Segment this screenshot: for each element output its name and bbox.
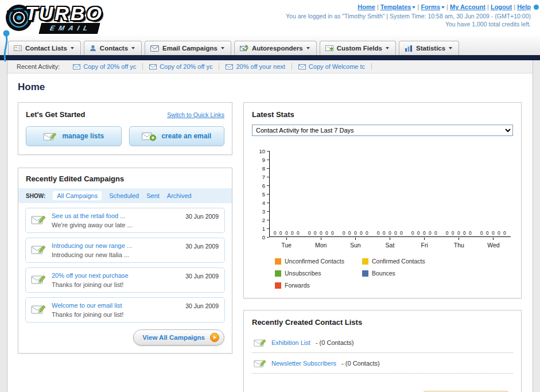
legend-item: Forwards — [275, 282, 362, 289]
chart-legend: Unconfirmed ContactsConfirmed ContactsUn… — [275, 258, 511, 289]
campaign-list-item[interactable]: 20% off your next purchase Thanks for jo… — [25, 267, 225, 293]
switch-quick-links-link[interactable]: Switch to Quick Links — [167, 111, 224, 118]
nav-link-forms[interactable]: Forms — [421, 3, 440, 10]
contact-activity-chart: 109876543210 0 0 0 0 00 0 0 0 00 0 0 0 0… — [255, 151, 511, 289]
autoresponder-icon — [240, 45, 248, 52]
activity-item[interactable]: Copy of 20% off yc — [143, 63, 219, 70]
legend-item: Confirmed Contacts — [362, 258, 449, 265]
tab-contact-lists[interactable]: Contact Lists — [8, 41, 81, 55]
campaign-date: 30 Jun 2009 — [185, 243, 219, 250]
recent-campaigns-panel: Recently Edited Campaigns SHOW: All Camp… — [18, 168, 232, 354]
contact-list-row[interactable]: Exhibition List - (0 Contacts) — [252, 332, 513, 353]
tab-statistics[interactable]: Statistics — [399, 41, 459, 55]
manage-lists-button[interactable]: manage lists — [26, 126, 122, 146]
chevron-down-icon — [441, 6, 445, 9]
nav-separator: | — [487, 3, 489, 10]
navy-divider-bar — [0, 55, 540, 60]
latest-stats-title: Latest Stats — [252, 110, 513, 119]
bar-chart-icon — [405, 45, 413, 52]
activity-item[interactable]: Copy of Welcome tc — [292, 63, 372, 70]
legend-label: Unconfirmed Contacts — [285, 258, 344, 265]
chart-value-group: 0 0 0 0 0 — [442, 230, 476, 236]
activity-link[interactable]: Copy of 20% off yc — [160, 63, 212, 70]
right-column: Latest Stats Contact Activity for the La… — [243, 102, 522, 392]
campaign-title-link[interactable]: See us at the retail food ... — [52, 212, 133, 219]
campaign-subtitle: Thanks for joining our list! — [52, 281, 129, 288]
nav-link-templates[interactable]: Templates — [380, 3, 411, 10]
pencil-envelope-icon — [31, 243, 46, 255]
contact-lists-panel-title: Recently Created Contact Lists — [252, 318, 513, 327]
campaign-title-link[interactable]: 20% off your next purchase — [52, 272, 129, 279]
tab-custom-fields[interactable]: Custom Fields — [320, 41, 396, 55]
campaign-list-item[interactable]: See us at the retail food ... We're givi… — [25, 208, 225, 233]
chart-value-group: 0 0 0 0 0 — [304, 230, 339, 236]
chart-value-group: 0 0 0 0 0 — [407, 230, 442, 236]
chart-x-labels: TueMonSunSatFriThuWed — [269, 237, 511, 249]
nav-link-home[interactable]: Home — [358, 3, 375, 10]
tab-label: Statistics — [416, 45, 445, 52]
left-column: Let's Get Started Switch to Quick Links … — [18, 102, 232, 354]
campaign-title-link[interactable]: Welcome to our email list — [52, 302, 123, 309]
legend-label: Bounces — [372, 270, 395, 277]
chevron-down-icon — [306, 47, 310, 49]
filter-all-campaigns[interactable]: All Campaigns — [53, 191, 102, 200]
campaign-title-link[interactable]: Introducing our new range ... — [52, 242, 132, 249]
chevron-down-icon — [449, 47, 452, 49]
campaign-subtitle: Thanks for joining our list! — [52, 311, 123, 318]
chart-y-axis: 109876543210 — [255, 151, 269, 237]
campaign-list-item[interactable]: Introducing our new range ... Introducin… — [25, 238, 225, 263]
contact-list-link[interactable]: Exhibition List — [271, 339, 310, 346]
chart-plot-area: 0 0 0 0 00 0 0 0 00 0 0 0 00 0 0 0 00 0 … — [269, 151, 511, 237]
tab-label: Contacts — [100, 45, 128, 52]
contact-list-row[interactable]: Newsletter Subscribers - (0 Contacts) — [252, 353, 513, 374]
recent-activity-bar: Recent Activity: Copy of 20% off yc Copy… — [7, 60, 533, 73]
x-axis-label: Sat — [372, 237, 407, 249]
tab-autoresponders[interactable]: Autoresponders — [234, 41, 317, 55]
activity-link[interactable]: Copy of Welcome tc — [309, 63, 365, 70]
main-content: Home Let's Get Started Switch to Quick L… — [7, 73, 533, 392]
chevron-down-icon — [71, 47, 74, 49]
filter-archived[interactable]: Archived — [167, 192, 192, 199]
tab-contacts[interactable]: Contacts — [84, 41, 142, 55]
campaign-list-item[interactable]: Welcome to our email list Thanks for joi… — [25, 297, 225, 323]
pencil-envelope-icon — [254, 358, 266, 368]
page-frame: Recent Activity: Copy of 20% off yc Copy… — [7, 60, 533, 392]
legend-label: Confirmed Contacts — [372, 258, 425, 265]
envelope-icon — [226, 64, 233, 69]
create-email-label: create an email — [161, 132, 211, 140]
legend-swatch-icon — [362, 270, 368, 277]
envelope-plus-icon — [142, 131, 156, 141]
legend-swatch-icon — [275, 258, 281, 265]
contacts-icon — [90, 45, 96, 52]
chevron-down-icon — [221, 47, 224, 49]
activity-item[interactable]: Copy of 20% off yc — [67, 63, 143, 70]
filter-sent[interactable]: Sent — [146, 192, 160, 199]
nav-separator: | — [514, 3, 515, 10]
activity-item[interactable]: 20% off your next — [219, 63, 292, 70]
contact-list-link[interactable]: Newsletter Subscribers — [271, 360, 336, 367]
header: TURBO EMAIL Home | Templates | Forms | M… — [0, 0, 540, 36]
custom-fields-icon — [325, 45, 333, 52]
x-axis-label: Fri — [407, 237, 442, 249]
x-axis-label: Thu — [442, 237, 476, 249]
filter-scheduled[interactable]: Scheduled — [109, 192, 139, 199]
stats-activity-select[interactable]: Contact Activity for the Last 7 Days — [252, 125, 513, 136]
legend-item: Unconfirmed Contacts — [275, 258, 362, 265]
nav-link-logout[interactable]: Logout — [491, 3, 512, 10]
pencil-envelope-icon — [254, 337, 266, 347]
tab-email-campaigns[interactable]: Email Campaigns — [145, 41, 231, 55]
activity-link[interactable]: 20% off your next — [236, 63, 285, 70]
campaign-date: 30 Jun 2009 — [185, 273, 219, 280]
envelope-icon — [150, 45, 159, 52]
nav-link-help[interactable]: Help — [517, 3, 531, 10]
chevron-down-icon — [131, 47, 135, 49]
view-all-campaigns-button[interactable]: View All Campaigns — [133, 329, 224, 346]
nav-link-my-account[interactable]: My Account — [450, 3, 485, 10]
logo-title: TURBO — [25, 2, 103, 25]
legend-item: Unsubscribes — [275, 270, 362, 277]
envelope-icon — [73, 64, 80, 69]
activity-link[interactable]: Copy of 20% off yc — [83, 63, 136, 70]
create-email-button[interactable]: create an email — [129, 126, 225, 146]
legend-label: Forwards — [285, 282, 310, 289]
tab-label: Autoresponders — [252, 45, 303, 52]
